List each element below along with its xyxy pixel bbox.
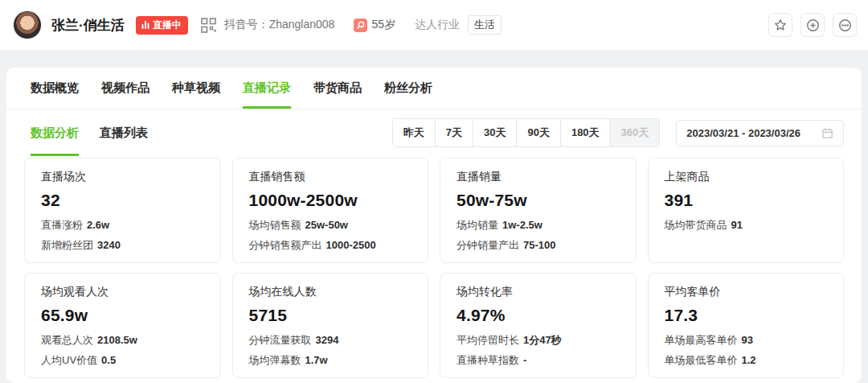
card-subline-value: 75-100 [523,239,555,251]
tab-data-overview[interactable]: 数据概览 [31,68,79,109]
bar-chart-icon [141,21,149,29]
star-icon [774,19,787,31]
card-title: 上架商品 [665,170,828,184]
card-lines: 直播涨粉2.6w新增粉丝团3240 [41,218,204,253]
stat-card-avg-online-users: 场均在线人数5715分钟流量获取3294场均弹幕数1.7w [232,273,429,378]
card-lines: 场均销售额25w-50w分钟销售额产出1000-2500 [249,218,412,253]
card-subline-value: 1000-2500 [326,239,376,251]
card-title: 直播场次 [41,170,204,184]
card-subline-label: 直播种草指数 [457,354,519,366]
card-subline: 观看总人次2108.5w [41,333,204,348]
card-value: 391 [665,191,828,210]
stat-card-live-sales-amount: 直播销售额1000w-2500w场均销售额25w-50w分钟销售额产出1000-… [232,158,429,263]
card-subline: 场均带货商品91 [665,218,828,233]
card-subline-value: 1分47秒 [523,334,562,346]
avatar [13,10,42,39]
range-yesterday[interactable]: 昨天 [393,119,435,146]
live-status-badge[interactable]: 直播中 [136,16,188,35]
card-subline-value: - [523,354,526,366]
range-7d[interactable]: 7天 [435,119,473,146]
sub-toolbar: 数据分析直播列表 昨天7天30天90天180天360天 2023/03/21 -… [6,109,862,156]
card-title: 场均观看人次 [41,285,204,299]
industry-tag: 生活 [468,15,502,35]
card-subline-label: 场均销量 [457,219,498,231]
card-value: 50w-75w [457,191,620,210]
date-range-value: 2023/03/21 - 2023/03/26 [686,127,800,139]
main-tabs: 数据概览视频作品种草视频直播记录带货商品粉丝分析 [6,68,862,109]
card-subline-label: 人均UV价值 [41,354,97,366]
card-subline-label: 直播涨粉 [41,219,83,231]
card-subline: 人均UV价值0.5 [41,353,204,368]
card-value: 65.9w [41,306,204,325]
stat-card-live-sales-volume: 直播销量50w-75w场均销量1w-2.5w分钟销量产出75-100 [440,158,637,263]
tab-live-records[interactable]: 直播记录 [243,68,291,109]
card-subline-value: 91 [731,219,743,231]
subtab-data-analysis[interactable]: 数据分析 [31,109,79,156]
sub-tabs: 数据分析直播列表 [31,109,148,156]
card-subline-value: 2.6w [87,219,109,231]
card-subline-value: 3240 [97,239,121,251]
card-subline-label: 平均停留时长 [457,334,519,346]
tab-seeding-videos[interactable]: 种草视频 [172,68,220,109]
card-value: 32 [41,191,204,210]
main-panel: 数据概览视频作品种草视频直播记录带货商品粉丝分析 数据分析直播列表 昨天7天30… [6,68,862,383]
card-subline: 平均停留时长1分47秒 [457,333,620,348]
more-button[interactable] [833,13,857,37]
age-label: 55岁 [371,18,395,32]
card-subline: 分钟流量获取3294 [249,333,412,348]
favorite-button[interactable] [768,13,792,37]
card-subline-value: 93 [742,334,753,346]
stat-card-avg-order-value: 平均客单价17.3单场最高客单价93单场最低客单价1.2 [648,273,845,378]
industry-label: 达人行业 [415,18,460,32]
card-subline-label: 分钟销量产出 [457,239,519,251]
card-subline-label: 分钟销售额产出 [249,239,322,251]
profile-name: 张兰·俏生活 [51,16,125,35]
header-actions [768,13,857,37]
card-subline: 新增粉丝团3240 [41,238,204,253]
qr-code-icon[interactable] [201,18,216,33]
card-title: 场均在线人数 [249,285,412,299]
card-subline-label: 分钟流量获取 [249,334,312,346]
stat-card-listed-products: 上架商品391场均带货商品91 [648,158,845,263]
tab-video-works[interactable]: 视频作品 [101,68,149,109]
subtab-live-list[interactable]: 直播列表 [100,109,148,156]
card-subline: 单场最高客单价93 [665,333,828,348]
calendar-icon [821,127,833,139]
tab-fans-analysis[interactable]: 粉丝分析 [384,68,432,109]
card-subline-value: 25w-50w [305,219,348,231]
card-subline: 单场最低客单价1.2 [665,353,828,368]
date-range-presets: 昨天7天30天90天180天360天 [392,118,661,147]
circle-plus-icon [806,19,820,32]
stat-card-avg-conversion-rate: 场均转化率4.97%平均停留时长1分47秒直播种草指数- [440,273,637,378]
card-subline-label: 单场最高客单价 [665,334,738,346]
card-lines: 场均销量1w-2.5w分钟销量产出75-100 [457,218,620,253]
range-360d[interactable]: 360天 [610,119,660,146]
card-subline-label: 场均带货商品 [665,219,727,231]
tab-promoted-products[interactable]: 带货商品 [313,68,362,109]
card-subline-value: 1.7w [305,354,328,366]
circle-ellipsis-icon [838,19,852,32]
card-lines: 场均带货商品91 [665,218,828,233]
card-subline: 场均弹幕数1.7w [249,353,412,368]
card-subline-label: 新增粉丝团 [41,239,93,251]
card-title: 直播销售额 [249,170,412,184]
card-lines: 单场最高客单价93单场最低客单价1.2 [665,333,828,368]
range-90d[interactable]: 90天 [516,119,559,146]
card-subline: 场均销量1w-2.5w [457,218,620,233]
card-subline-value: 1w-2.5w [502,219,542,231]
card-subline-label: 单场最低客单价 [665,354,738,366]
range-30d[interactable]: 30天 [473,119,516,146]
card-value: 1000w-2500w [249,191,412,210]
card-subline: 分钟销量产出75-100 [457,238,620,253]
card-subline: 场均销售额25w-50w [249,218,412,233]
card-subline-label: 场均销售额 [249,219,301,231]
stat-card-live-sessions: 直播场次32直播涨粉2.6w新增粉丝团3240 [24,158,221,263]
range-180d[interactable]: 180天 [560,119,610,146]
date-range-picker[interactable]: 2023/03/21 - 2023/03/26 [676,120,844,146]
card-subline: 分钟销售额产出1000-2500 [249,238,412,253]
card-subline-label: 场均弹幕数 [249,354,301,366]
card-subline-value: 1.2 [742,354,756,366]
add-compare-button[interactable] [800,13,825,37]
live-status-label: 直播中 [153,19,182,32]
stat-card-avg-views: 场均观看人次65.9w观看总人次2108.5w人均UV价值0.5 [24,273,221,378]
